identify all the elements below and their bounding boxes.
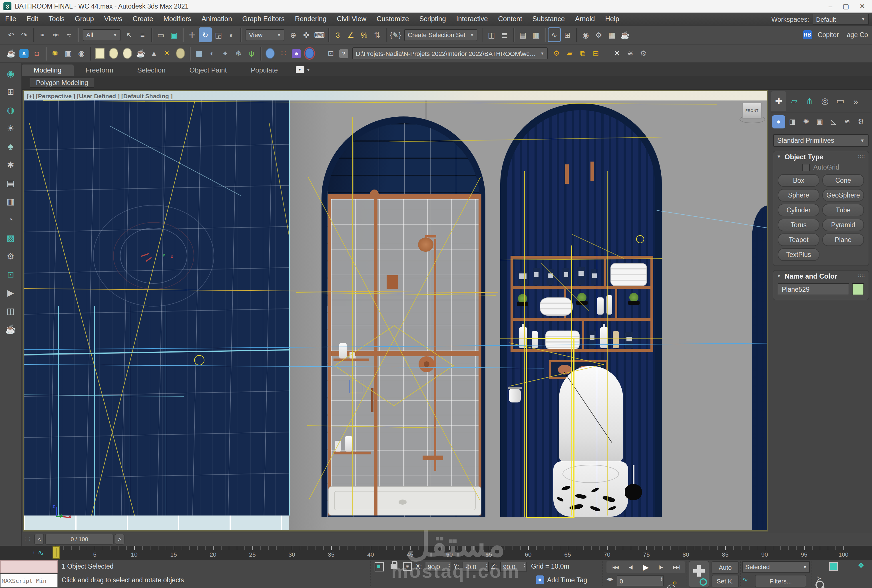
tree-list-icon[interactable]: ▤: [4, 177, 17, 189]
absolute-offset-icon[interactable]: ⊞: [403, 562, 412, 571]
grass-icon[interactable]: ψ: [245, 46, 258, 61]
preset-sphere-icon[interactable]: [176, 48, 185, 59]
next-frame-button[interactable]: |▶: [659, 565, 663, 570]
material-editor-icon[interactable]: ◉: [579, 27, 592, 42]
copitor-button[interactable]: Copitor: [814, 32, 843, 38]
tab-motion[interactable]: ◎: [817, 92, 833, 111]
gear-bulb-icon[interactable]: ⚙: [4, 250, 17, 262]
menu-graph-editors[interactable]: Graph Editors: [237, 12, 290, 26]
key-mode-icon[interactable]: ∿: [742, 576, 748, 584]
align-icon[interactable]: ≣: [498, 27, 511, 42]
next-frame-arrow[interactable]: >: [115, 534, 125, 544]
menu-modifiers[interactable]: Modifiers: [158, 12, 196, 26]
tab-hierarchy[interactable]: ⋔: [802, 92, 817, 111]
sun-icon[interactable]: ☀: [161, 46, 174, 61]
maxscript-listener[interactable]: [0, 560, 58, 573]
maximize-button[interactable]: ▢: [843, 2, 849, 10]
layers-stack-icon[interactable]: ≋: [624, 46, 637, 61]
spinner-snap-icon[interactable]: ⇅: [371, 27, 384, 42]
auto-key-button[interactable]: Auto: [711, 561, 739, 574]
menu-rendering[interactable]: Rendering: [290, 12, 332, 26]
menu-views[interactable]: Views: [99, 12, 128, 26]
create-teapot-button[interactable]: Teapot: [778, 234, 819, 246]
preset-egg-icon[interactable]: [109, 48, 118, 59]
perspective-viewport[interactable]: FRONT [+] [Perspective ] [User Defined ]…: [23, 90, 768, 531]
camera-lister-icon[interactable]: ▣: [62, 46, 75, 61]
polygon-modeling-panel[interactable]: Polygon Modeling: [30, 77, 95, 88]
set-key-button[interactable]: Set K.: [711, 575, 739, 587]
menu-edit[interactable]: Edit: [21, 12, 44, 26]
create-cylinder-button[interactable]: Cylinder: [778, 204, 819, 216]
fov-icon[interactable]: ≻: [816, 575, 822, 582]
ribbon-caret-icon[interactable]: ▼: [306, 68, 311, 72]
snap-3d-icon[interactable]: 3: [331, 27, 344, 42]
help-icon[interactable]: ?: [339, 49, 348, 58]
unlink-icon[interactable]: ⚮: [49, 27, 62, 42]
close-x-icon[interactable]: ✕: [611, 46, 624, 61]
object-color-swatch[interactable]: [852, 283, 864, 295]
create-plane-button[interactable]: Plane: [822, 234, 864, 246]
menu-civil-view[interactable]: Civil View: [332, 12, 371, 26]
ribbon-tab-selection[interactable]: Selection: [125, 64, 178, 76]
close-button[interactable]: ✕: [860, 2, 865, 10]
blue-select-icon[interactable]: [305, 48, 314, 59]
forest-icon[interactable]: ♣: [4, 140, 17, 152]
name-color-header[interactable]: ▼Name and Color∷∷: [773, 271, 869, 282]
video-render-icon[interactable]: ▶: [4, 286, 17, 298]
curve-editor-icon[interactable]: ∿: [548, 27, 561, 42]
blue-sphere-icon[interactable]: [266, 48, 275, 59]
object-name-field[interactable]: Plane529: [778, 283, 849, 295]
layer-explorer-icon[interactable]: ▥: [529, 27, 542, 42]
zoom-all-icon[interactable]: [829, 562, 838, 571]
frame-step-arrows[interactable]: ◀▶: [606, 577, 614, 582]
viewport-label[interactable]: [+] [Perspective ] [User Defined ] [Defa…: [27, 93, 173, 99]
split-view-icon[interactable]: ◫: [4, 305, 17, 317]
light-lister-icon[interactable]: ✺: [48, 46, 62, 61]
select-by-name-icon[interactable]: ≡: [136, 27, 149, 42]
reference-coordinate-dropdown[interactable]: View▼: [246, 29, 284, 41]
menu-substance[interactable]: Substance: [527, 12, 570, 26]
arnold-icon[interactable]: A: [20, 49, 29, 58]
create-box-button[interactable]: Box: [778, 174, 819, 187]
use-pivot-center-icon[interactable]: ⊕: [287, 27, 300, 42]
view-cube[interactable]: FRONT: [740, 102, 765, 129]
teapot-icon[interactable]: ☕: [4, 323, 17, 335]
preset-cone-icon[interactable]: ▲: [147, 46, 161, 61]
redo-icon[interactable]: ↷: [18, 27, 31, 42]
menu-content[interactable]: Content: [493, 12, 527, 26]
play-button[interactable]: ▶: [643, 563, 649, 572]
add-time-tag[interactable]: Add Time Tag: [547, 577, 587, 584]
prev-frame-button[interactable]: ◀|: [629, 565, 633, 570]
cat-helpers[interactable]: ◺: [827, 115, 840, 128]
create-textplus-button[interactable]: TextPlus: [778, 248, 819, 261]
photo-stack-icon[interactable]: ▩: [4, 232, 17, 244]
mirror-icon[interactable]: ◫: [485, 27, 498, 42]
scene-explorer-icon[interactable]: ▤: [516, 27, 529, 42]
keyboard-override-icon[interactable]: ⌨: [313, 27, 326, 42]
time-slider[interactable]: [53, 546, 60, 559]
cat-spacewarps[interactable]: ≋: [840, 115, 854, 128]
tab-create[interactable]: ✚: [771, 92, 786, 111]
mini-curve-toggle-icon[interactable]: ⋮∿: [32, 548, 47, 558]
select-link-icon[interactable]: ⚭: [36, 27, 49, 42]
schematic-view-icon[interactable]: ⊞: [561, 27, 574, 42]
snowflake-icon[interactable]: ❄: [232, 46, 245, 61]
isolate-selection-icon[interactable]: [375, 562, 384, 572]
gizmo-tower-icon[interactable]: ⌖: [219, 46, 232, 61]
checker-icon[interactable]: ▦: [192, 46, 206, 61]
external-paths-icon[interactable]: ⧉: [576, 46, 589, 61]
cat-cameras[interactable]: ▣: [813, 115, 826, 128]
create-sphere-button[interactable]: Sphere: [778, 189, 819, 201]
create-pyramid-button[interactable]: Pyramid: [822, 219, 864, 231]
settings-wrench-icon[interactable]: ⚙: [637, 46, 650, 61]
cat-systems[interactable]: ⚙: [854, 115, 867, 128]
primitives-category-dropdown[interactable]: Standard Primitives▼: [773, 134, 869, 147]
minimize-button[interactable]: –: [828, 2, 832, 10]
preset-oval-icon[interactable]: [123, 48, 132, 59]
ghost-icon[interactable]: ☻: [292, 49, 301, 58]
tree-card-icon[interactable]: ▥: [4, 195, 17, 207]
ribbon-tab-populate[interactable]: Populate: [239, 64, 290, 76]
prev-frame-arrow[interactable]: <: [34, 534, 44, 544]
sun-sky-icon[interactable]: ☀: [4, 122, 17, 134]
angle-snap-icon[interactable]: ∠: [344, 27, 357, 42]
